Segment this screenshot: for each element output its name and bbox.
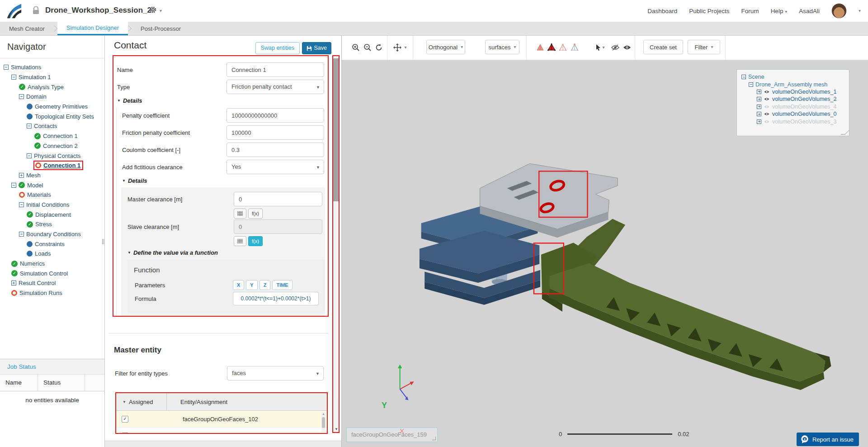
zoom-in-icon[interactable] bbox=[351, 43, 361, 52]
tree-item-boundary-conditions[interactable]: Boundary Conditions bbox=[0, 229, 104, 239]
tree-item-result-control[interactable]: Result Control bbox=[0, 278, 104, 288]
master-fx-button[interactable]: f(x) bbox=[248, 209, 263, 219]
tree-item-analysis-type[interactable]: Analysis Type bbox=[0, 82, 104, 92]
nav-public-projects[interactable]: Public Projects bbox=[689, 8, 729, 14]
define-function-section-header[interactable]: ▼Define the value via a function bbox=[127, 249, 325, 256]
tree-item-physical-connection-1-selected[interactable]: Connection 1 bbox=[0, 161, 104, 171]
tree-item-domain[interactable]: Domain bbox=[0, 92, 104, 102]
assigned-checkbox-checked[interactable]: ✓ bbox=[122, 433, 128, 434]
entity-filter-select[interactable]: faces▼ bbox=[227, 366, 324, 380]
penalty-coefficient-input[interactable] bbox=[226, 108, 324, 123]
scene-volume-item[interactable]: volumeOnGeoVolumes_1 bbox=[741, 88, 845, 95]
fictitious-clearance-select[interactable]: Yes▼ bbox=[226, 160, 324, 174]
slave-clearance-input[interactable] bbox=[234, 219, 322, 234]
tree-item-numerics[interactable]: Numerics bbox=[0, 259, 104, 269]
filter-button[interactable]: Filter▾ bbox=[688, 40, 720, 54]
tree-item-simulation-1[interactable]: Simulation 1 bbox=[0, 72, 104, 82]
panel-resize-handle[interactable] bbox=[840, 130, 849, 135]
visibility-eye-icon-dim[interactable] bbox=[764, 105, 770, 109]
parameter-time-button[interactable]: TIME bbox=[272, 280, 292, 290]
selection-name-box[interactable]: faceGroupOnGeoFaces_159 bbox=[346, 428, 438, 442]
expand-icon[interactable] bbox=[757, 119, 761, 124]
entity-column-header[interactable]: Entity/Assignment bbox=[167, 393, 327, 410]
chevron-down-icon[interactable]: ▾ bbox=[403, 43, 408, 52]
expand-icon[interactable] bbox=[757, 105, 761, 109]
table-input-button[interactable] bbox=[234, 236, 246, 246]
tree-item-geometry-primitives[interactable]: Geometry Primitives bbox=[0, 102, 104, 112]
tree-item-physical-contacts[interactable]: Physical Contacts bbox=[0, 151, 104, 161]
tree-item-mesh[interactable]: Mesh bbox=[0, 171, 104, 181]
visibility-eye-icon[interactable] bbox=[764, 112, 770, 116]
name-input[interactable] bbox=[226, 62, 324, 77]
assigned-checkbox-checked[interactable]: ✓ bbox=[122, 416, 128, 423]
collapse-icon[interactable] bbox=[11, 183, 16, 188]
mesh-quality-icon-2[interactable] bbox=[547, 43, 557, 52]
tree-item-simulation-runs[interactable]: Simulation Runs bbox=[0, 288, 104, 298]
tree-item-stress[interactable]: Stress bbox=[0, 219, 104, 229]
nav-forum[interactable]: Forum bbox=[741, 8, 759, 14]
username-label[interactable]: AsadAli bbox=[799, 8, 820, 14]
parameter-z-button[interactable]: Z bbox=[259, 280, 271, 290]
scene-volume-item[interactable]: volumeOnGeoVolumes_2 bbox=[741, 95, 845, 103]
friction-penalty-input[interactable] bbox=[226, 125, 324, 140]
expand-icon[interactable] bbox=[11, 281, 16, 285]
visibility-eye-icon[interactable] bbox=[764, 97, 770, 101]
collapse-icon[interactable] bbox=[741, 75, 746, 79]
hide-entity-icon[interactable] bbox=[610, 43, 620, 52]
scene-root-item[interactable]: Scene bbox=[741, 73, 845, 81]
tree-item-connection-1[interactable]: Connection 1 bbox=[0, 131, 104, 141]
tree-item-simulation-control[interactable]: Simulation Control bbox=[0, 268, 104, 278]
collapse-icon[interactable] bbox=[19, 202, 24, 207]
tree-item-constraints[interactable]: Constraints bbox=[0, 239, 104, 249]
table-scrollbar[interactable]: ▲ bbox=[321, 412, 326, 433]
table-row[interactable]: ✓ faceGroupOnGeoFaces_103 bbox=[116, 428, 327, 434]
slave-fx-button-active[interactable]: f(x) bbox=[248, 236, 263, 246]
create-set-button[interactable]: Create set bbox=[643, 40, 683, 54]
show-entity-icon[interactable] bbox=[622, 43, 632, 52]
tab-mesh-creator[interactable]: Mesh Creator bbox=[0, 22, 54, 35]
nav-dashboard[interactable]: Dashboard bbox=[647, 8, 677, 14]
scene-volume-item[interactable]: volumeOnGeoVolumes_3 bbox=[741, 118, 845, 125]
tab-simulation-designer[interactable]: Simulation Designer bbox=[57, 22, 128, 35]
report-issue-button[interactable]: Report an issue bbox=[797, 433, 859, 446]
inner-details-section-header[interactable]: ▼Details bbox=[122, 177, 325, 184]
scene-volume-item[interactable]: volumeOnGeoVolumes_4 bbox=[741, 103, 845, 110]
viewer-3d[interactable]: ▾ Orthogonal▾ surfaces▾ ▾ bbox=[341, 35, 868, 447]
collapse-icon[interactable] bbox=[11, 75, 16, 80]
collapse-icon[interactable] bbox=[19, 94, 24, 99]
mesh-quality-icon-4[interactable] bbox=[570, 43, 580, 52]
nav-help[interactable]: Help ▾ bbox=[771, 8, 788, 14]
tree-item-topological-entity-sets[interactable]: Topological Entity Sets bbox=[0, 111, 104, 121]
tree-item-displacement[interactable]: Displacement bbox=[0, 209, 104, 219]
table-input-button[interactable] bbox=[234, 209, 246, 219]
scrollbar-thumb[interactable] bbox=[333, 58, 339, 201]
simscale-logo[interactable] bbox=[5, 2, 23, 19]
tab-post-processor[interactable]: Post-Processor bbox=[132, 22, 190, 35]
formula-input[interactable] bbox=[233, 292, 319, 305]
collapse-icon[interactable] bbox=[27, 153, 32, 158]
projection-select[interactable]: Orthogonal▾ bbox=[426, 40, 465, 54]
visibility-eye-icon[interactable] bbox=[764, 90, 770, 94]
mesh-quality-icon-3[interactable] bbox=[558, 43, 568, 52]
panel-bottom-scrollbar[interactable] bbox=[105, 441, 341, 447]
collapse-icon[interactable] bbox=[19, 232, 24, 237]
coulomb-coefficient-input[interactable] bbox=[226, 143, 324, 157]
swap-entities-button[interactable]: Swap entities bbox=[255, 42, 300, 54]
collapse-icon[interactable] bbox=[749, 82, 753, 87]
tree-item-model[interactable]: Model bbox=[0, 180, 104, 190]
pan-move-icon[interactable] bbox=[392, 43, 402, 52]
save-button[interactable]: Save bbox=[302, 42, 332, 54]
tree-item-materials[interactable]: Materials bbox=[0, 190, 104, 200]
tree-item-initial-conditions[interactable]: Initial Conditions bbox=[0, 200, 104, 210]
scrollbar-down-arrow[interactable]: ▼ bbox=[335, 427, 338, 431]
tree-item-connection-2[interactable]: Connection 2 bbox=[0, 141, 104, 151]
expand-icon[interactable] bbox=[757, 90, 761, 94]
mesh-quality-icon-1[interactable] bbox=[535, 43, 545, 52]
tree-item-contacts[interactable]: Contacts bbox=[0, 121, 104, 131]
collapse-icon[interactable] bbox=[4, 65, 9, 70]
scene-mesh-item[interactable]: Drone_Arm_Assembly mesh bbox=[741, 81, 845, 88]
scene-volume-item[interactable]: volumeOnGeoVolumes_0 bbox=[741, 110, 845, 118]
form-scrollbar-highlighted[interactable]: ▼ bbox=[332, 55, 340, 433]
parameter-x-button[interactable]: X bbox=[233, 280, 244, 290]
gear-icon[interactable] bbox=[149, 6, 157, 15]
